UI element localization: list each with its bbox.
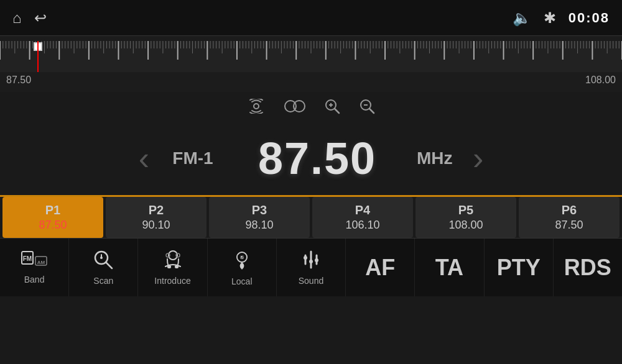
zoom-out-icon[interactable] [359,98,375,118]
svg-point-241 [304,256,307,260]
svg-line-227 [106,262,112,268]
back-icon[interactable]: ↩ [34,9,47,27]
band-label: FM-1 [168,148,218,168]
bottom-item-band[interactable]: FM AM Band [0,239,69,296]
freq-display: ‹ FM-1 87.50 MHz › [0,122,622,195]
svg-point-214 [294,101,305,112]
svg-text:AM: AM [37,260,45,265]
svg-text:FM: FM [23,255,32,262]
local-icon: LOC [231,248,253,274]
svg-text:LOC: LOC [237,255,246,259]
preset-row: P187.50P290.10P398.10P4106.10P5108.00P68… [0,195,622,238]
freq-labels: 87.50 108.00 [0,72,622,88]
svg-point-212 [254,104,259,109]
broadcast-icon[interactable] [247,99,266,117]
bottom-item-scan[interactable]: Scan [69,239,138,296]
prev-arrow[interactable]: ‹ [139,142,149,175]
ta-label: TA [435,255,463,281]
bluetooth-icon[interactable]: ✱ [544,9,556,27]
freq-ruler[interactable]: // We'll do this with inline elements [0,41,622,72]
controls-row [0,92,622,122]
svg-line-218 [335,109,339,113]
sound-label: Sound [299,276,323,286]
ruler-svg: // We'll do this with inline elements [0,41,622,72]
home-icon[interactable]: ⌂ [12,9,22,27]
bottom-item-af[interactable]: AF [346,239,415,296]
freq-bar-container: // We'll do this with inline elements 87… [0,36,622,92]
svg-point-242 [309,260,313,263]
bottom-bar: FM AM Band Scan [0,238,622,296]
sound-icon [300,249,322,273]
clock: 00:08 [569,10,610,26]
top-bar-left: ⌂ ↩ [12,9,47,27]
scan-label: Scan [93,276,113,286]
preset-btn-p6[interactable]: P687.50 [519,197,620,238]
freq-unit: MHz [417,148,454,168]
af-label: AF [365,255,395,281]
bottom-item-introduce[interactable]: Introduce [138,239,207,296]
freq-start: 87.50 [6,75,31,86]
bottom-item-local[interactable]: LOC Local [208,239,277,296]
svg-line-221 [369,109,374,113]
band-label-bottom: Band [24,275,45,284]
preset-btn-p1[interactable]: P187.50 [2,197,103,238]
svg-point-243 [315,258,318,262]
freq-number: 87.50 [236,133,398,184]
preset-btn-p5[interactable]: P5108.00 [415,197,516,238]
preset-btn-p4[interactable]: P4106.10 [312,197,413,238]
loop-icon[interactable] [284,99,305,117]
local-label: Local [231,276,252,286]
preset-btn-p2[interactable]: P290.10 [106,197,207,238]
freq-end: 108.00 [585,75,616,86]
next-arrow[interactable]: › [473,142,483,175]
zoom-in-icon[interactable] [324,98,340,118]
introduce-icon [162,249,184,273]
needle[interactable] [37,41,39,72]
rds-label: RDS [564,255,611,281]
top-bar-right: 🔈 ✱ 00:08 [513,9,610,27]
introduce-label: Introduce [154,276,190,286]
svg-point-229 [100,257,103,259]
bottom-item-ta[interactable]: TA [415,239,484,296]
volume-icon[interactable]: 🔈 [513,9,531,27]
bottom-item-rds[interactable]: RDS [554,239,622,296]
bottom-item-sound[interactable]: Sound [277,239,346,296]
scan-icon [93,249,114,273]
pty-label: PTY [497,255,541,281]
bottom-item-pty[interactable]: PTY [485,239,554,296]
svg-rect-233 [167,265,171,268]
preset-btn-p3[interactable]: P398.10 [209,197,310,238]
top-bar: ⌂ ↩ 🔈 ✱ 00:08 [0,0,622,36]
svg-rect-234 [175,265,179,268]
band-icon: FM AM [21,250,48,272]
